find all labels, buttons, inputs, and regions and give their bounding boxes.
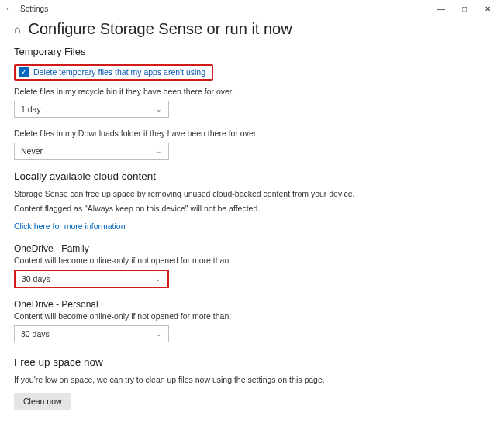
downloads-value: Never [21, 146, 43, 156]
downloads-label: Delete files in my Downloads folder if t… [14, 129, 490, 138]
window-controls: ― □ ✕ [430, 1, 499, 16]
content-pane: ⌂ Configure Storage Sense or run it now … [0, 17, 504, 417]
minimize-button[interactable]: ― [430, 1, 453, 16]
close-button[interactable]: ✕ [476, 1, 499, 16]
onedrive-personal-desc: Content will become online-only if not o… [14, 311, 490, 321]
onedrive-family-value: 30 days [22, 274, 50, 283]
section-free-up-space: Free up space now [14, 356, 490, 368]
maximize-button[interactable]: □ [453, 1, 476, 16]
cloud-info-link[interactable]: Click here for more information [14, 222, 126, 231]
delete-temp-files-label: Delete temporary files that my apps aren… [33, 67, 205, 77]
freeup-desc: If you're low on space, we can try to cl… [14, 374, 490, 386]
page-title: Configure Storage Sense or run it now [28, 20, 292, 38]
onedrive-family-desc: Content will become online-only if not o… [14, 256, 490, 265]
chevron-down-icon: ⌄ [155, 275, 161, 283]
onedrive-personal-select[interactable]: 30 days ⌄ [14, 325, 169, 342]
cloud-desc-2: Content flagged as "Always keep on this … [14, 203, 490, 215]
chevron-down-icon: ⌄ [156, 147, 162, 155]
downloads-select[interactable]: Never ⌄ [14, 143, 169, 160]
recycle-bin-select[interactable]: 1 day ⌄ [14, 101, 169, 118]
section-cloud-content: Locally available cloud content [14, 170, 490, 182]
delete-temp-files-row: ✓ Delete temporary files that my apps ar… [14, 64, 213, 81]
chevron-down-icon: ⌄ [156, 105, 162, 113]
clean-now-button[interactable]: Clean now [14, 393, 71, 410]
titlebar: ← Settings ― □ ✕ [0, 0, 504, 17]
chevron-down-icon: ⌄ [156, 330, 162, 338]
delete-temp-files-checkbox[interactable]: ✓ [19, 67, 29, 77]
onedrive-family-heading: OneDrive - Family [14, 243, 490, 254]
recycle-bin-label: Delete files in my recycle bin if they h… [14, 87, 490, 96]
section-temporary-files: Temporary Files [14, 46, 490, 57]
back-button[interactable]: ← [5, 4, 14, 13]
onedrive-personal-heading: OneDrive - Personal [14, 299, 490, 310]
cloud-desc-1: Storage Sense can free up space by remov… [14, 188, 490, 201]
onedrive-personal-value: 30 days [21, 329, 50, 338]
window-title: Settings [20, 5, 48, 13]
home-icon[interactable]: ⌂ [14, 23, 20, 36]
onedrive-family-select[interactable]: 30 days ⌄ [14, 270, 169, 288]
recycle-bin-value: 1 day [21, 105, 41, 114]
